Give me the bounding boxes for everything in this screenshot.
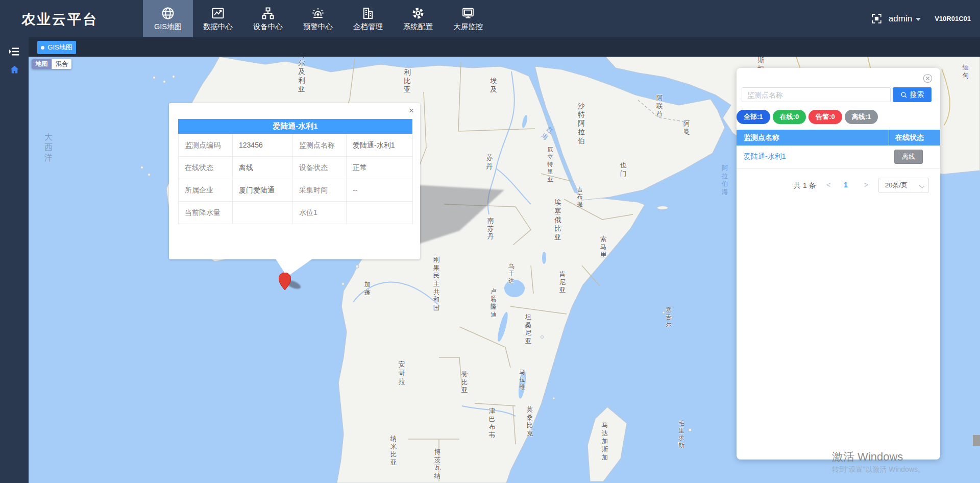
windows-activation-watermark: 激活 Windows	[832, 449, 903, 465]
map-label: 埃塞俄比亚	[554, 199, 561, 242]
map-label: 莫桑比克	[527, 406, 533, 438]
map-label: 阿拉伯海	[722, 164, 728, 197]
popup-table-row: 所属企业 厦门爱陆通 采集时间 --	[179, 179, 412, 202]
nav-label: 数据中心	[203, 22, 233, 32]
map-label: 布隆迪	[491, 296, 497, 318]
map-marker-pin[interactable]	[279, 273, 291, 290]
nav-item-device-center[interactable]: 设备中心	[243, 0, 293, 37]
map-type-map-button[interactable]: 地图	[32, 59, 52, 69]
panel-close-icon[interactable]	[923, 74, 933, 83]
search-icon	[900, 91, 908, 99]
nav-item-archive-mgmt[interactable]: 企档管理	[343, 0, 393, 37]
column-header-name: 监测点名称	[737, 130, 889, 146]
popup-cell-label: 水位1	[293, 202, 347, 224]
map-label: 阿尔及利亚	[298, 51, 305, 93]
windows-activation-watermark-sub: 转到“设置”以激活 Windows。	[832, 465, 925, 474]
version-label: V10R01C01	[935, 15, 971, 22]
nav-item-gis-map[interactable]: GIS地图	[143, 0, 193, 37]
building-icon	[361, 6, 375, 20]
monitor-search-panel: 搜索 全部:1 在线:0 告警:0 离线:1 监测点名称 在线状态 爱陆通-水利…	[737, 68, 940, 460]
map-label: 厄立特里亚	[547, 146, 553, 183]
map-type-control: 地图 混合	[32, 59, 71, 69]
nav-label: 预警中心	[303, 22, 333, 32]
alarm-icon	[311, 6, 325, 20]
map-label: 肯尼亚	[559, 271, 566, 295]
pagination-next-icon[interactable]: >	[864, 181, 868, 189]
sitemap-icon	[261, 6, 275, 20]
popup-table-row: 在线状态 离线 设备状态 正常	[179, 157, 412, 179]
page-size-select[interactable]: 20条/页	[878, 178, 929, 193]
popup-cell-label: 监测点编码	[179, 134, 233, 157]
popup-cell-value	[347, 202, 413, 224]
table-row: 爱陆通-水利1 离线	[737, 146, 940, 168]
map-label: 加蓬	[364, 281, 371, 297]
nav-label: 设备中心	[253, 22, 283, 32]
map-type-hybrid-button[interactable]: 混合	[52, 59, 71, 69]
navbar-right: admin V10R01C01	[870, 0, 971, 37]
map-label: 阿联酋	[656, 94, 663, 118]
badge-offline[interactable]: 离线:1	[845, 110, 878, 124]
popup-cell-label: 设备状态	[293, 157, 347, 179]
tab-dot-icon	[41, 46, 44, 50]
nav-item-system-config[interactable]: 系统配置	[393, 0, 443, 37]
monitor-icon	[461, 6, 475, 20]
main-nav: GIS地图 数据中心 设备中心 预警中心	[143, 0, 493, 37]
map-label: 缅甸	[963, 64, 969, 80]
map-label: 安哥拉	[398, 360, 405, 387]
map-label: 南苏丹	[487, 217, 494, 241]
popup-cell-label: 所属企业	[179, 179, 233, 202]
map-label: 苏丹	[486, 154, 493, 171]
popup-cell-label: 在线状态	[179, 157, 233, 179]
map-label: 坦桑尼亚	[525, 313, 532, 346]
pagination-prev-icon[interactable]: <	[826, 181, 830, 189]
popup-close-icon[interactable]: ×	[409, 106, 414, 115]
pagination-page-1[interactable]: 1	[844, 181, 848, 189]
home-icon[interactable]	[9, 64, 20, 75]
popup-cell-value: 离线	[233, 157, 293, 179]
badge-online[interactable]: 在线:0	[773, 110, 806, 124]
map-label: 大西洋	[44, 132, 54, 163]
popup-cell-label: 当前降水量	[179, 202, 233, 224]
nav-item-alert-center[interactable]: 预警中心	[293, 0, 343, 37]
map-label: 马达加斯加	[602, 422, 608, 462]
panel-table-header: 监测点名称 在线状态	[737, 130, 940, 146]
nav-label: 企档管理	[353, 22, 383, 32]
chevron-down-icon	[916, 18, 921, 21]
map-label: 马拉维	[519, 369, 525, 391]
popup-detail-table: 监测点编码 123456 监测点名称 爱陆通-水利1 在线状态 离线 设备状态 …	[178, 134, 412, 224]
map-label: 刚果民主 共和国	[433, 256, 440, 312]
gear-icon	[411, 6, 425, 20]
nav-item-big-screen[interactable]: 大屏监控	[443, 0, 493, 37]
menu-collapse-icon[interactable]	[8, 45, 20, 58]
tab-bar: GIS地图	[29, 37, 980, 57]
chart-icon	[211, 6, 225, 20]
avatar-icon	[870, 12, 883, 25]
map-label: 利比亚	[404, 68, 411, 94]
app-logo: 农业云平台	[21, 10, 98, 29]
tab-gis-map[interactable]: GIS地图	[37, 41, 76, 54]
map-label: 沙特阿拉伯	[578, 102, 585, 145]
map-label: 吉布提	[577, 186, 583, 208]
nav-label: 系统配置	[403, 22, 433, 32]
popup-title: 爱陆通-水利1	[178, 119, 412, 134]
globe-icon	[161, 6, 175, 20]
column-header-status: 在线状态	[889, 130, 940, 146]
scrollbar-thumb[interactable]	[973, 435, 980, 446]
tab-label: GIS地图	[47, 43, 72, 52]
nav-item-data-center[interactable]: 数据中心	[193, 0, 243, 37]
map-label: 索马里	[600, 235, 607, 259]
popup-cell-value	[233, 202, 293, 224]
map-label: 也门	[620, 162, 627, 178]
map-label: 纳米比亚	[390, 435, 397, 467]
badge-all[interactable]: 全部:1	[737, 110, 770, 124]
popup-cell-value: 厦门爱陆通	[233, 179, 293, 202]
popup-table-row: 当前降水量 水位1	[179, 202, 412, 224]
badge-alarm[interactable]: 告警:0	[808, 110, 842, 124]
search-input[interactable]	[742, 87, 891, 102]
monitor-point-link[interactable]: 爱陆通-水利1	[744, 152, 786, 161]
popup-table-row: 监测点编码 123456 监测点名称 爱陆通-水利1	[179, 134, 412, 157]
status-filter-badges: 全部:1 在线:0 告警:0 离线:1	[737, 110, 878, 124]
search-button[interactable]: 搜索	[893, 87, 932, 102]
status-badge[interactable]: 离线	[894, 150, 923, 164]
user-dropdown[interactable]: admin	[889, 14, 921, 24]
